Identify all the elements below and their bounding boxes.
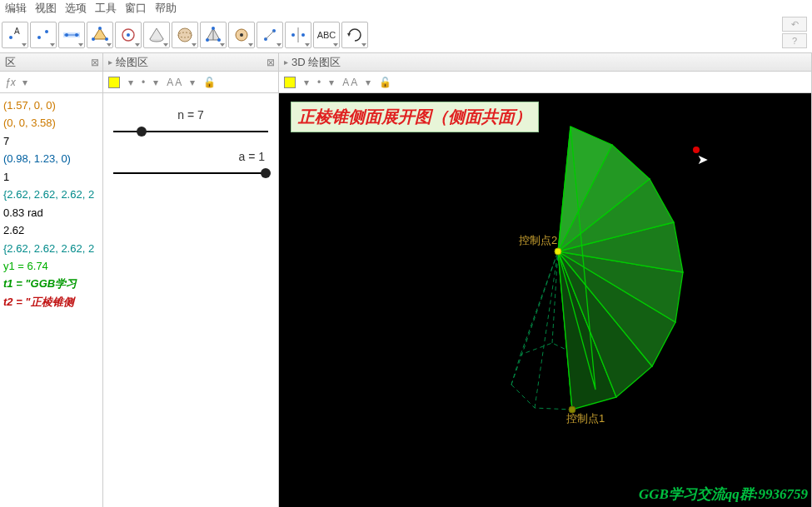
algebra-item[interactable]: {2.62, 2.62, 2.62, 2 (3, 186, 99, 203)
algebra-item[interactable]: {2.62, 2.62, 2.62, 2 (3, 240, 99, 257)
color-swatch[interactable] (284, 77, 296, 88)
algebra-item[interactable]: t2 = "正棱锥侧 (3, 293, 99, 311)
tool-intersect[interactable] (228, 22, 255, 48)
svg-line-36 (552, 251, 558, 343)
dropdown-icon[interactable]: ▾ (366, 77, 371, 88)
dropdown-icon[interactable]: ▾ (128, 77, 133, 88)
graphics-canvas[interactable]: n = 7 a = 1 (103, 93, 278, 507)
tool-polygon[interactable] (87, 22, 113, 48)
svg-point-23 (240, 33, 243, 37)
svg-point-9 (98, 27, 102, 30)
slider-n-label: n = 7 (113, 108, 268, 122)
svg-text:A: A (14, 27, 20, 36)
chevron-icon: ▸ (108, 57, 112, 67)
svg-point-3 (45, 30, 48, 33)
dropdown-icon[interactable]: ▾ (22, 77, 27, 88)
menu-view[interactable]: 视图 (32, 1, 60, 16)
graphics3d-panel-title[interactable]: ▸ 3D 绘图区 (279, 53, 811, 72)
svg-line-33 (535, 251, 558, 408)
point-style-icon[interactable]: • (142, 77, 145, 88)
graphics-panel-title[interactable]: ▸ 绘图区 ⊠ (103, 53, 278, 72)
slider-a[interactable] (113, 167, 268, 180)
dropdown-icon[interactable]: ▾ (304, 77, 309, 88)
text-style[interactable]: A A (342, 77, 357, 88)
menu-options[interactable]: 选项 (62, 1, 90, 16)
algebra-item[interactable]: 1 (3, 168, 99, 186)
tool-pyramid[interactable] (200, 22, 227, 48)
algebra-list: (1.57, 0, 0)(0, 0, 3.58)7(0.98, 1.23, 0)… (0, 93, 102, 314)
algebra-item[interactable]: 0.83 rad (3, 204, 99, 221)
cursor-icon: ➤ (697, 152, 708, 167)
svg-point-13 (127, 33, 130, 37)
control-point-1-label: 控制点1 (566, 411, 605, 426)
dropdown-icon[interactable]: ▾ (153, 77, 158, 88)
svg-line-26 (266, 31, 274, 39)
menu-edit[interactable]: 编辑 (2, 1, 30, 16)
svg-line-32 (511, 251, 558, 385)
algebra-item[interactable]: 7 (3, 132, 99, 150)
lock-icon[interactable]: 🔓 (203, 77, 216, 88)
svg-point-19 (212, 27, 215, 30)
algebra-toolbar: ƒx ▾ (0, 72, 102, 93)
tool-reflect[interactable] (285, 22, 311, 48)
fx-label[interactable]: ƒx (5, 77, 16, 88)
tool-circle[interactable] (115, 22, 142, 48)
undo-button[interactable]: ↶ (782, 17, 807, 32)
color-swatch[interactable] (108, 77, 120, 88)
svg-point-6 (65, 33, 68, 37)
svg-point-0 (9, 36, 12, 39)
tool-point-a[interactable]: A (2, 22, 28, 48)
graphics-toolbar: ▾ • ▾ A A ▾ 🔓 (103, 72, 278, 93)
graphics3d-title-text: 3D 绘图区 (291, 55, 341, 70)
menu-help[interactable]: 帮助 (152, 1, 180, 16)
algebra-panel-title[interactable]: 区 ⊠ (0, 53, 102, 72)
menu-bar: 编辑 视图 选项 工具 窗口 帮助 (0, 0, 812, 17)
toolbar: A ABC ↶ ? (0, 17, 812, 53)
close-icon[interactable]: ⊠ (267, 57, 275, 68)
dropdown-icon[interactable]: ▾ (329, 77, 334, 88)
tool-rotate-view[interactable] (341, 22, 368, 48)
slider-n[interactable] (113, 125, 268, 138)
text-style[interactable]: A A (167, 77, 182, 88)
svg-point-11 (92, 37, 95, 41)
tool-point[interactable] (30, 22, 57, 48)
svg-point-10 (105, 37, 108, 41)
workspace: 区 ⊠ ƒx ▾ (1.57, 0, 0)(0, 0, 3.58)7(0.98,… (0, 53, 812, 507)
pyramid-unfold-shape (279, 93, 811, 493)
algebra-item[interactable]: (0, 0, 3.58) (3, 114, 99, 132)
graphics-title-text: 绘图区 (116, 55, 148, 70)
graphics3d-toolbar: ▾ • ▾ A A ▾ 🔓 (279, 72, 811, 93)
algebra-item[interactable]: 2.62 (3, 221, 99, 239)
svg-point-2 (37, 36, 41, 39)
lock-icon[interactable]: 🔓 (379, 77, 391, 88)
svg-point-7 (75, 33, 78, 37)
chevron-icon: ▸ (284, 57, 288, 67)
svg-marker-30 (347, 33, 351, 37)
svg-point-47 (555, 248, 561, 255)
graphics3d-canvas[interactable]: 正棱锥侧面展开图（侧面共面） (279, 93, 811, 507)
menu-window[interactable]: 窗口 (122, 1, 150, 16)
algebra-item[interactable]: (1.57, 0, 0) (3, 97, 99, 114)
svg-point-21 (217, 38, 221, 42)
svg-point-29 (301, 33, 305, 37)
algebra-item[interactable]: (0.98, 1.23, 0) (3, 150, 99, 167)
point-style-icon[interactable]: • (317, 77, 321, 88)
algebra-item[interactable]: t1 = "GGB学习 (3, 275, 99, 292)
algebra-title-text: 区 (5, 55, 16, 70)
tool-cone[interactable] (143, 22, 170, 48)
slider-a-label: a = 1 (113, 150, 268, 163)
algebra-item[interactable]: y1 = 6.74 (3, 257, 99, 275)
svg-point-28 (291, 33, 295, 37)
tool-measure[interactable] (257, 22, 283, 48)
help-button[interactable]: ? (782, 33, 807, 48)
algebra-panel: 区 ⊠ ƒx ▾ (1.57, 0, 0)(0, 0, 3.58)7(0.98,… (0, 53, 103, 507)
scene-footer: GGB学习交流qq群:9936759 (639, 485, 808, 504)
graphics-panel: ▸ 绘图区 ⊠ ▾ • ▾ A A ▾ 🔓 n = 7 a = 1 (103, 53, 279, 507)
tool-line[interactable] (58, 22, 85, 48)
tool-text[interactable]: ABC (313, 22, 340, 48)
dropdown-icon[interactable]: ▾ (190, 77, 195, 88)
close-icon[interactable]: ⊠ (91, 57, 99, 68)
tool-sphere[interactable] (172, 22, 198, 48)
control-point-2-label: 控制点2 (519, 233, 557, 248)
menu-tools[interactable]: 工具 (92, 1, 120, 16)
